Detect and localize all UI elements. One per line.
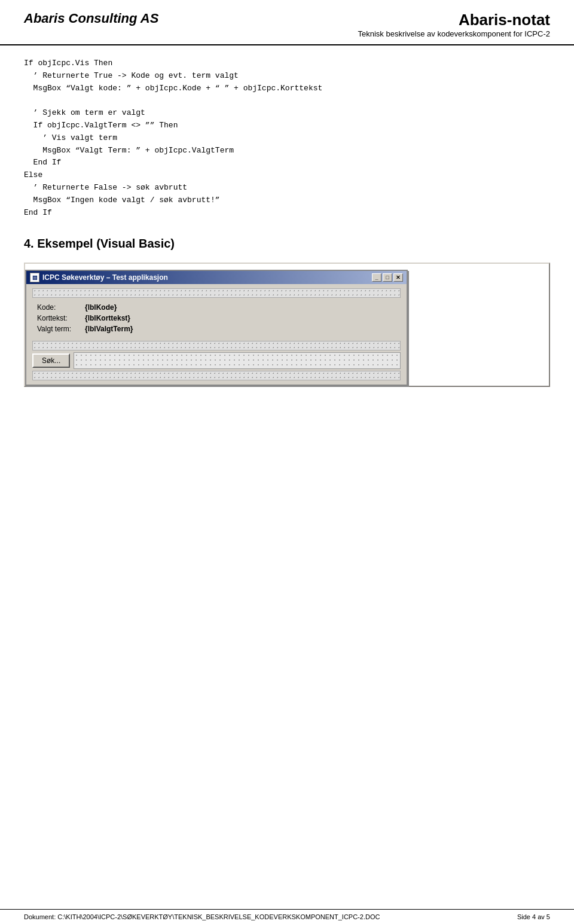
- dialog-body: Kode:{lblKode}Korttekst:{lblKorttekst}Va…: [26, 284, 407, 385]
- dialog-titlebar-left: ▤ ICPC Søkeverktøy – Test applikasjon: [30, 273, 168, 282]
- doc-subtitle: Teknisk beskrivelse av kodeverkskomponen…: [358, 29, 550, 38]
- company-name: Abaris Consulting AS: [24, 11, 158, 26]
- page-footer: Dokument: C:\KITH\2004\ICPC-2\SØKEVERKTØ…: [0, 909, 574, 924]
- section-4-heading: 4. Eksempel (Visual Basic): [24, 237, 550, 251]
- dialog-window: ▤ ICPC Søkeverktøy – Test applikasjon _ …: [24, 263, 550, 387]
- dialog-field-value: {lblKorttekst}: [85, 314, 130, 322]
- dialog-field-value: {lblKode}: [85, 303, 117, 312]
- dialog-controls[interactable]: _ □ ✕: [372, 273, 403, 282]
- dialog-title: ICPC Søkeverktøy – Test applikasjon: [42, 273, 168, 282]
- dialog-titlebar: ▤ ICPC Søkeverktøy – Test applikasjon _ …: [26, 271, 407, 284]
- dialog-wrapper: ▤ ICPC Søkeverktøy – Test applikasjon _ …: [25, 270, 408, 386]
- main-content: If objIcpc.Vis Then ’ Returnerte True ->…: [0, 45, 574, 423]
- dialog-field-label: Kode:: [37, 303, 85, 312]
- dialog-restore-button[interactable]: □: [383, 273, 392, 282]
- dialog-button-row: Søk...: [32, 352, 401, 369]
- header-right: Abaris-notat Teknisk beskrivelse av kode…: [358, 11, 550, 38]
- dialog-field-label: Valgt term:: [37, 325, 85, 333]
- dialog-minimize-button[interactable]: _: [372, 273, 381, 282]
- dialog-mid-strip: [32, 341, 401, 350]
- page-header: Abaris Consulting AS Abaris-notat Teknis…: [0, 0, 574, 45]
- dialog-top-strip: [32, 288, 401, 298]
- dialog-close-button[interactable]: ✕: [393, 273, 403, 282]
- dialog-fields: Kode:{lblKode}Korttekst:{lblKorttekst}Va…: [32, 300, 401, 339]
- dialog-field-value: {lblValgtTerm}: [85, 325, 133, 333]
- doc-title: Abaris-notat: [358, 11, 550, 29]
- dialog-search-button[interactable]: Søk...: [32, 353, 70, 368]
- dialog-field-row: Kode:{lblKode}: [37, 303, 396, 312]
- header-left: Abaris Consulting AS: [24, 11, 158, 26]
- dialog-app-icon: ▤: [30, 273, 39, 282]
- footer-document-path: Dokument: C:\KITH\2004\ICPC-2\SØKEVERKTØ…: [24, 913, 380, 920]
- footer-page-number: Side 4 av 5: [517, 913, 550, 920]
- dialog-field-row: Korttekst:{lblKorttekst}: [37, 314, 396, 322]
- dialog-field-row: Valgt term:{lblValgtTerm}: [37, 325, 396, 333]
- dialog-bottom-strip: [32, 371, 401, 380]
- dialog-right-dotted: [74, 352, 401, 369]
- code-block: If objIcpc.Vis Then ’ Returnerte True ->…: [24, 57, 550, 219]
- dialog-field-label: Korttekst:: [37, 314, 85, 322]
